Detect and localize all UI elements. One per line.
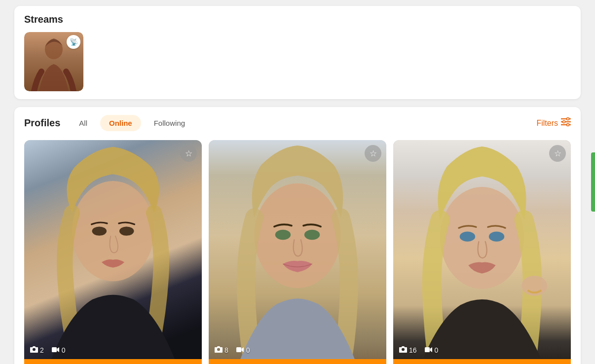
favorite-button[interactable]: ☆ [549, 145, 566, 162]
svg-point-21 [460, 232, 475, 242]
photo-stat: 2 [30, 346, 44, 354]
svg-point-7 [567, 124, 569, 126]
scroll-indicator[interactable] [591, 152, 595, 212]
profiles-grid: ☆ 2 [24, 140, 571, 364]
svg-point-10 [92, 226, 107, 235]
svg-point-5 [567, 118, 569, 120]
streams-title: Streams [24, 14, 571, 25]
camera-icon [399, 346, 407, 354]
svg-point-14 [254, 183, 340, 288]
filter-tabs: All Online Following [70, 115, 194, 131]
camera-icon [30, 346, 38, 354]
profiles-title: Profiles [24, 117, 60, 129]
filters-label: Filters [536, 119, 558, 128]
card-action-bar[interactable] [209, 359, 386, 364]
live-badge: 📡 [67, 35, 80, 49]
favorite-button[interactable]: ☆ [365, 145, 381, 162]
svg-point-22 [489, 232, 504, 242]
photo-count: 16 [409, 346, 417, 354]
card-stats: 16 0 [393, 343, 571, 357]
favorite-button[interactable]: ☆ [180, 145, 197, 162]
video-icon [425, 346, 433, 354]
photo-stat: 16 [399, 346, 417, 354]
photo-count: 8 [224, 346, 228, 354]
svg-point-19 [440, 187, 524, 289]
svg-point-15 [275, 230, 291, 240]
profile-card[interactable]: ☆ 8 [209, 140, 386, 364]
card-action-bar[interactable] [393, 359, 571, 364]
tab-online[interactable]: Online [100, 115, 141, 131]
profiles-header: Profiles All Online Following Filters [24, 115, 571, 131]
filters-button[interactable]: Filters [536, 117, 571, 129]
svg-point-11 [119, 226, 134, 235]
profile-card[interactable]: ☆ 16 [393, 140, 571, 364]
card-stats: 8 0 [209, 343, 386, 357]
video-count: 0 [62, 346, 66, 354]
camera-icon [215, 346, 223, 354]
photo-count: 2 [40, 346, 44, 354]
svg-rect-17 [236, 347, 241, 352]
filters-icon [561, 117, 571, 129]
video-count: 0 [435, 346, 439, 354]
card-action-bar[interactable] [24, 359, 202, 364]
tab-all[interactable]: All [70, 115, 96, 131]
profiles-left: Profiles All Online Following [24, 115, 194, 131]
stream-thumbnail[interactable]: 📡 [24, 32, 83, 91]
tab-following[interactable]: Following [145, 115, 194, 131]
video-stat: 0 [236, 346, 250, 354]
photo-stat: 8 [215, 346, 228, 354]
video-stat: 0 [425, 346, 439, 354]
svg-rect-12 [52, 347, 57, 352]
live-signal-icon: 📡 [70, 38, 78, 46]
streams-section: Streams [14, 6, 581, 99]
svg-point-6 [563, 121, 565, 123]
video-icon [52, 346, 60, 354]
svg-point-16 [304, 230, 320, 240]
profile-card[interactable]: ☆ 2 [24, 140, 202, 364]
video-count: 0 [246, 346, 250, 354]
video-icon [236, 346, 244, 354]
card-stats: 2 0 [24, 343, 202, 357]
profiles-section: Profiles All Online Following Filters [14, 107, 581, 364]
svg-rect-23 [425, 347, 430, 352]
video-stat: 0 [52, 346, 66, 354]
